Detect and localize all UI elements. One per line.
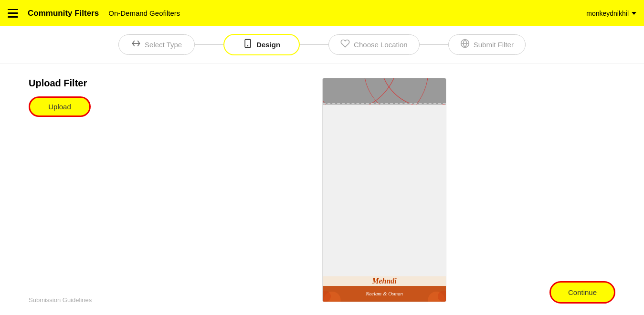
step-submit-filter[interactable]: Submit Filter	[448, 34, 526, 55]
step-submit-label: Submit Filter	[474, 41, 514, 49]
continue-button[interactable]: Continue	[549, 281, 615, 304]
step-location-label: Choose Location	[354, 41, 408, 49]
preview-mid	[323, 105, 446, 276]
submission-guidelines-link[interactable]: Submission Guidelines	[29, 296, 92, 304]
submit-icon	[460, 39, 470, 51]
step-divider-3	[420, 44, 448, 45]
design-icon	[243, 39, 253, 51]
phone-preview: Mehndi Neelam & Osman	[322, 78, 446, 302]
step-select-type-label: Select Type	[145, 41, 182, 49]
on-demand-link[interactable]: On-Demand Geofilters	[108, 9, 180, 17]
svg-text:Neelam & Osman: Neelam & Osman	[365, 291, 402, 296]
left-panel: Upload Filter Upload	[29, 78, 124, 304]
location-icon	[340, 39, 350, 51]
steps-nav: Select Type Design Choose Location	[0, 26, 644, 63]
step-divider-2	[300, 44, 328, 45]
username-label: monkeydnikhil	[586, 10, 629, 17]
preview-bottom: Mehndi Neelam & Osman	[323, 276, 446, 302]
user-chevron-icon	[632, 12, 636, 15]
step-divider-1	[195, 44, 223, 45]
user-menu[interactable]: monkeydnikhil	[586, 10, 636, 17]
upload-filter-title: Upload Filter	[29, 78, 124, 89]
preview-container: Mehndi Neelam & Osman	[153, 78, 615, 304]
step-design-label: Design	[256, 41, 280, 49]
app-title: Community Filters	[28, 9, 99, 18]
step-select-type[interactable]: Select Type	[118, 34, 195, 55]
header: Community Filters On-Demand Geofilters m…	[0, 0, 644, 26]
hamburger-menu-icon[interactable]	[8, 9, 18, 18]
step-choose-location[interactable]: Choose Location	[328, 34, 420, 55]
upload-button[interactable]: Upload	[29, 96, 91, 117]
main-content: Upload Filter Upload	[0, 63, 644, 315]
svg-text:Mehndi: Mehndi	[371, 277, 397, 285]
step-design[interactable]: Design	[223, 34, 300, 55]
select-type-icon	[131, 39, 141, 51]
